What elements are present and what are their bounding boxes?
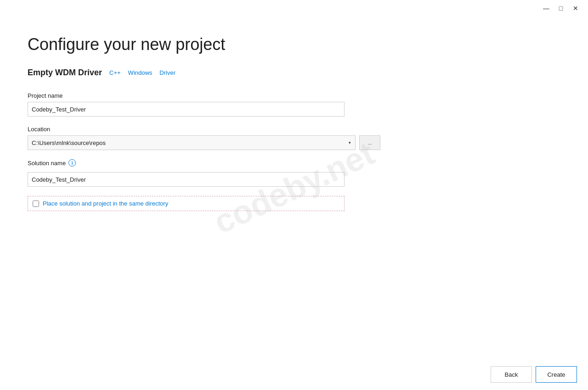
back-button[interactable]: Back	[491, 366, 532, 383]
solution-name-input[interactable]	[28, 172, 345, 187]
project-name-label: Project name	[28, 92, 560, 99]
solution-name-label-row: Solution name i	[28, 159, 560, 167]
location-label-text: Location	[28, 126, 50, 133]
minimize-button[interactable]: —	[539, 4, 553, 13]
maximize-button[interactable]: □	[554, 4, 568, 13]
project-type-name: Empty WDM Driver	[28, 68, 102, 78]
project-name-section: Project name	[28, 92, 560, 117]
location-dropdown-button[interactable]: ▾	[345, 135, 356, 150]
page-title: Configure your new project	[28, 35, 560, 54]
title-bar: — □ ✕	[0, 0, 588, 17]
content-area: codeby.net Configure your new project Em…	[0, 17, 588, 359]
window-controls: — □ ✕	[539, 4, 582, 13]
create-label: Create	[547, 371, 565, 378]
tag-cpp[interactable]: C++	[109, 69, 121, 76]
tag-driver[interactable]: Driver	[159, 69, 175, 76]
bottom-bar: Back Create	[0, 359, 588, 390]
location-section: Location ▾ ...	[28, 126, 560, 150]
same-directory-row[interactable]: Place solution and project in the same d…	[28, 196, 345, 211]
solution-name-section: Solution name i	[28, 159, 560, 187]
location-input[interactable]	[28, 135, 345, 150]
create-button[interactable]: Create	[536, 366, 577, 383]
same-directory-label[interactable]: Place solution and project in the same d…	[43, 200, 168, 207]
project-type-row: Empty WDM Driver C++ Windows Driver	[28, 68, 560, 78]
tag-windows[interactable]: Windows	[128, 69, 153, 76]
solution-name-info-icon[interactable]: i	[68, 159, 76, 167]
browse-button[interactable]: ...	[359, 135, 380, 150]
project-name-input[interactable]	[28, 102, 345, 117]
main-window: — □ ✕ codeby.net Configure your new proj…	[0, 0, 588, 390]
watermark: codeby.net	[208, 134, 380, 241]
back-label: Back	[505, 371, 518, 378]
location-label: Location	[28, 126, 560, 133]
close-button[interactable]: ✕	[569, 4, 582, 13]
location-row: ▾ ...	[28, 135, 560, 150]
same-directory-checkbox[interactable]	[33, 201, 39, 207]
solution-name-label: Solution name	[28, 160, 66, 167]
